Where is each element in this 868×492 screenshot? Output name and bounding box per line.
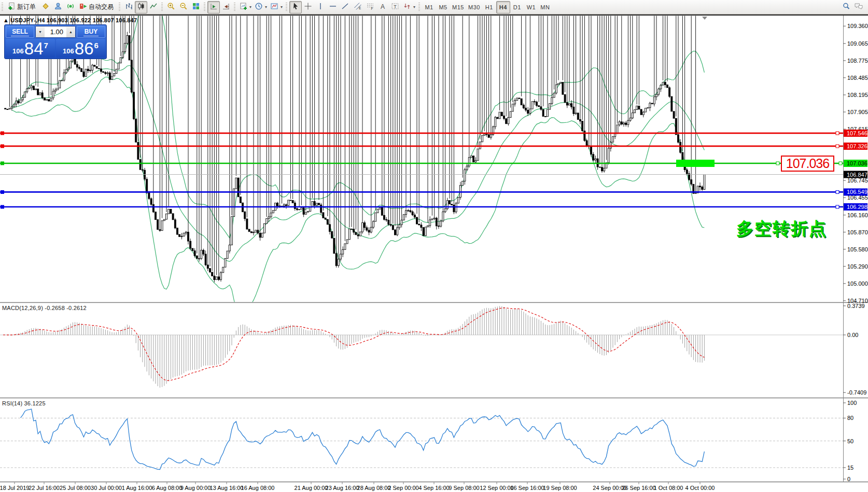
cursor-button[interactable] [289,1,302,13]
time-axis[interactable]: 18 Jul 201922 Jul 16:0025 Jul 08:0030 Ju… [0,482,715,491]
autotrading-button[interactable]: 自动交易 [77,1,117,13]
time-axis-label: 13 Aug 16:00 [210,485,244,491]
line-left-handle[interactable] [1,205,4,209]
channel-button[interactable]: E [352,1,364,13]
line-handle[interactable] [836,145,839,148]
trendline-button[interactable] [339,1,352,13]
dropdown-arrow-icon: ▾ [281,5,283,9]
equidistant-channel-icon: E [354,2,362,12]
zoom-out-button[interactable] [177,1,190,13]
bar-chart-icon [124,2,133,12]
community-button[interactable] [52,1,64,13]
new-order-button[interactable]: 新订单 [5,1,39,13]
time-axis-label: 22 Jul 16:00 [29,485,60,491]
toolbar-group-trade: 新订单 自动交易 [0,1,117,14]
fibonacci-button[interactable]: F [364,1,376,13]
line-left-handle[interactable] [1,190,4,194]
crosshair-button[interactable] [302,1,314,13]
price-axis-tick-label: 109.065 [847,40,868,47]
period-clock-button[interactable]: ▾ [253,1,269,13]
text-label-button[interactable]: T [389,1,401,13]
search-button[interactable] [840,1,852,13]
indicators-button[interactable]: ▾ [269,1,284,13]
line-left-handle[interactable] [1,131,4,135]
timeframe-d1-button[interactable]: D1 [510,1,524,13]
timeframe-m30-button[interactable]: M30 [466,1,482,13]
zoom-in-icon [167,2,175,12]
timeframe-w1-button[interactable]: W1 [524,1,538,13]
rsi-axis[interactable]: 1008050150 [843,400,857,482]
vertical-line-button[interactable] [314,1,327,13]
buy-price-display[interactable]: 106866 [56,39,105,58]
new-chart-button[interactable]: ▾ [237,1,253,13]
auto-scroll-icon [209,2,218,12]
main-toolbar: 新订单 自动交易 ▾ ▾ ▾ E [0,0,868,15]
toolbar-group-zoom [160,1,202,14]
zoom-in-button[interactable] [165,1,177,13]
timeframe-mn-button[interactable]: MN [538,1,552,13]
line-chart-button[interactable] [147,1,160,13]
text-button[interactable]: A [376,1,389,13]
chat-button[interactable] [852,1,865,13]
line-left-handle[interactable] [1,144,4,148]
highlight-rectangle[interactable] [676,160,715,167]
sell-price-display[interactable]: 106847 [6,39,55,58]
price-callout-label[interactable]: 107.036 [781,156,834,172]
line-handle[interactable] [836,190,839,193]
chart-shift-button[interactable] [220,1,232,13]
price-axis-tick-label: 108.195 [847,92,868,98]
chat-bubbles-icon [854,2,863,12]
time-axis-label: 1 Aug 16:00 [122,485,152,491]
arrows-button[interactable]: ▾ [401,1,417,13]
tile-windows-icon [192,2,200,12]
time-axis-label: 9 Sep 08:00 [449,485,479,491]
tile-windows-button[interactable] [190,1,202,13]
line-handle[interactable] [836,205,839,208]
price-tag-107.546: 107.546 [844,130,867,137]
line-chart-icon [149,2,158,12]
timeframe-m5-button[interactable]: M5 [436,1,450,13]
line-handle[interactable] [839,162,842,165]
volume-increase-button[interactable]: ▲ [66,26,75,37]
timeframe-m1-button[interactable]: M1 [422,1,436,13]
annotation-text[interactable]: 多空转折点 [736,217,827,241]
time-axis-label: 21 Aug 00:00 [295,485,328,491]
sell-label: SELL [11,28,29,36]
buy-price-figure: 106 [63,47,74,55]
trendline-icon [341,2,349,12]
rsi-axis-tick-label: 80 [847,415,853,421]
horizontal-line-button[interactable] [327,1,339,13]
candlestick-chart-button[interactable] [135,1,147,13]
macd-axis-tick-label: 0.3739 [847,303,865,309]
time-axis-label: 1 Oct 08:00 [654,485,683,491]
rsi-line [21,409,705,470]
timeframe-h1-button[interactable]: H1 [482,1,496,13]
dropdown-arrow-icon: ▾ [265,5,267,9]
line-handle[interactable] [836,132,839,135]
new-chart-icon [239,2,247,12]
chart-plot-area[interactable] [0,16,843,302]
time-axis-label: 28 Aug 08:00 [357,485,391,491]
line-handle[interactable] [776,162,779,165]
volume-decrease-button[interactable]: ▼ [36,26,45,37]
new-order-icon [7,2,16,12]
price-axis[interactable]: 109.360109.065108.775108.485108.195107.9… [843,23,868,304]
timeframe-m15-button[interactable]: M15 [450,1,466,13]
macd-axis[interactable]: 0.37390.00-0.7409 [843,303,866,396]
buy-button[interactable]: BUY [77,26,105,38]
svg-text:A: A [381,3,385,10]
price-axis-tick-label: 105.870 [847,229,868,235]
bar-chart-button[interactable] [122,1,135,13]
time-axis-label: 4 Sep 16:00 [418,485,449,491]
mql-editor-icon [41,2,50,12]
macd-signal-line [3,308,704,381]
signals-button[interactable] [64,1,77,13]
sell-button[interactable]: SELL [6,26,34,38]
time-axis-label: 26 Sep 16:00 [622,485,655,491]
auto-scroll-button[interactable] [207,1,220,13]
timeframe-h4-button[interactable]: H4 [496,1,510,13]
new-order-label: 新订单 [17,3,36,11]
line-left-handle[interactable] [1,161,4,165]
mql-editor-button[interactable] [39,1,52,13]
volume-input[interactable]: 1.00 [45,26,66,37]
